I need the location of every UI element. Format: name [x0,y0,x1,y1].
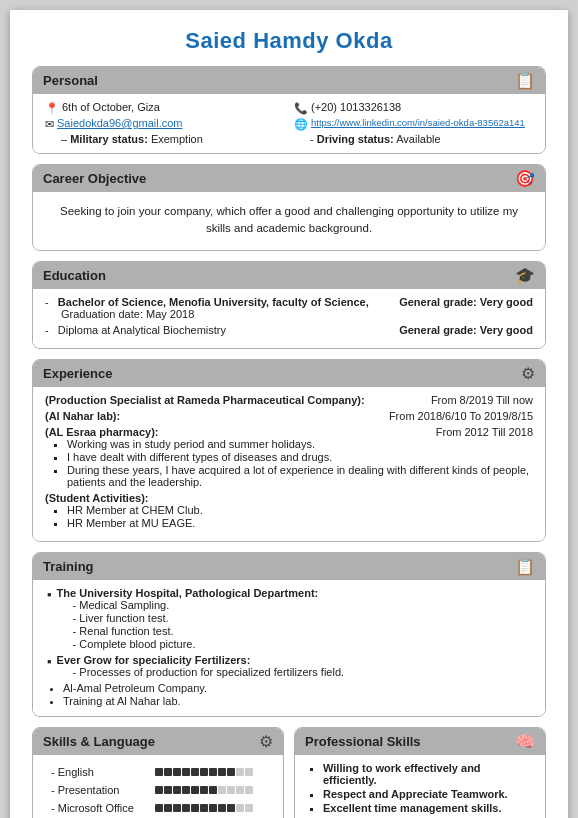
skill-bar-container-1 [155,786,265,794]
exp-bullet-2-0: Working was in study period and summer h… [67,438,533,450]
personal-header: Personal 📋 [33,67,545,94]
professional-section: Professional Skills 🧠 Willing to work ef… [294,727,546,819]
skill-label-1: - Presentation [47,782,149,798]
edu-row-0: - Bachelor of Science, Menofia Universit… [45,296,533,320]
career-icon: 🎯 [515,169,535,188]
military-dash: – [61,133,70,145]
train-sub-0-2: Renal function test. [73,625,319,637]
exp-date-2: From 2012 Till 2018 [436,426,533,438]
email-item: ✉ Saiedokda96@gmail.com [45,117,284,131]
exp-bullet-2-1: I have dealt with different types of dis… [67,451,533,463]
dot-0-7 [218,768,226,776]
pro-list: Willing to work effectively and efficien… [323,762,533,814]
career-title: Career Objective [43,171,507,186]
dot-0-4 [191,768,199,776]
dot-1-0 [155,786,163,794]
skills-title: Skills & Language [43,734,251,749]
linkedin-link[interactable]: https://www.linkedin.com/in/saied-okda-8… [311,117,525,128]
exp-bullets-2: Working was in study period and summer h… [67,438,533,488]
exp-label-2: (AL Esraa pharmacy): [45,426,159,438]
exp-entry-3: (Student Activities): HR Member at CHEM … [45,492,533,529]
exp-bullet-3-1: HR Member at MU EAGE. [67,517,533,529]
pro-item-2: Excellent time management skills. [323,802,533,814]
dot-1-9 [236,786,244,794]
training-title: Training [43,559,507,574]
train-sub-0: Medical Sampling. Liver function test. R… [73,599,319,650]
dot-1-1 [164,786,172,794]
linkedin-icon: 🌐 [294,118,308,131]
dot-0-10 [245,768,253,776]
exp-bullets-3: HR Member at CHEM Club. HR Member at MU … [67,504,533,529]
edu-left-0: - Bachelor of Science, Menofia Universit… [45,296,389,320]
train-sub-1-0: Processes of production for specialized … [73,666,344,678]
experience-section: Experience ⚙ (Production Specialist at R… [32,359,546,542]
personal-grid: 📍 6th of October, Giza ✉ Saiedokda96@gma… [45,101,533,145]
experience-icon: ⚙ [521,364,535,383]
edu-right-0: General grade: Very good [399,296,533,308]
skill-bar-0 [151,764,269,780]
skill-label-0: - English [47,764,149,780]
train-bullet-list: Al-Amal Petroleum Company. Training at A… [63,682,533,707]
exp-bullet-3-0: HR Member at CHEM Club. [67,504,533,516]
skill-row-1: - Presentation [47,782,269,798]
exp-row-2: (AL Esraa pharmacy): From 2012 Till 2018 [45,426,533,438]
military-item: – Military status: Exemption [45,133,284,145]
dot-1-6 [209,786,217,794]
dot-0-3 [182,768,190,776]
exp-label-1: (Al Nahar lab): [45,410,120,422]
personal-title: Personal [43,73,507,88]
education-icon: 🎓 [515,266,535,285]
professional-body: Willing to work effectively and efficien… [295,755,545,819]
train-content-1: Ever Grow for specialicity Fertilizers: … [57,654,344,679]
exp-entry-0: (Production Specialist at Rameda Pharmac… [45,394,533,406]
linkedin-item: 🌐 https://www.linkedin.com/in/saied-okda… [294,117,533,131]
skills-body: - English [33,755,283,819]
experience-body: (Production Specialist at Rameda Pharmac… [33,387,545,541]
train-sub-0-0: Medical Sampling. [73,599,319,611]
dot-1-7 [218,786,226,794]
skill-bar-container-0 [155,768,265,776]
skill-row-0: - English [47,764,269,780]
education-body: - Bachelor of Science, Menofia Universit… [33,289,545,348]
train-sub-0-3: Complete blood picture. [73,638,319,650]
training-header: Training 📋 [33,553,545,580]
email-icon: ✉ [45,118,54,131]
address-text: 6th of October, Giza [62,101,160,113]
resume-name: Saied Hamdy Okda [32,28,546,54]
email-link[interactable]: Saiedokda96@gmail.com [57,117,183,129]
training-body: ▪ The University Hospital, Pathological … [33,580,545,716]
exp-label-3: (Student Activities): [45,492,149,504]
dot-2-4 [191,804,199,812]
skills-table: - English [45,762,271,818]
train-sub-0-1: Liver function test. [73,612,319,624]
dot-2-3 [182,804,190,812]
dot-0-0 [155,768,163,776]
career-header: Career Objective 🎯 [33,165,545,192]
dot-1-10 [245,786,253,794]
edu-left-1: - Diploma at Analytical Biochemistry [45,324,389,336]
skills-header: Skills & Language ⚙ [33,728,283,755]
dot-2-1 [164,804,172,812]
dot-2-6 [209,804,217,812]
exp-entry-2: (AL Esraa pharmacy): From 2012 Till 2018… [45,426,533,488]
exp-date-0: From 8/2019 Till now [431,394,533,406]
dot-1-8 [227,786,235,794]
dot-1-5 [200,786,208,794]
experience-header: Experience ⚙ [33,360,545,387]
career-body: Seeking to join your company, which offe… [33,192,545,250]
dot-1-3 [182,786,190,794]
dot-2-8 [227,804,235,812]
phone-item: 📞 (+20) 1013326138 [294,101,533,115]
train-bullet-list-1: Training at Al Nahar lab. [63,695,533,707]
train-sub-1: Processes of production for specialized … [73,666,344,678]
personal-section: Personal 📋 📍 6th of October, Giza ✉ Saie… [32,66,546,154]
bottom-row: Skills & Language ⚙ - English [32,727,546,819]
dot-1-2 [173,786,181,794]
skill-row-2: - Microsoft Office [47,800,269,816]
dot-0-1 [164,768,172,776]
training-section: Training 📋 ▪ The University Hospital, Pa… [32,552,546,717]
dot-2-2 [173,804,181,812]
train-bullet-0: ▪ [47,587,52,603]
professional-header: Professional Skills 🧠 [295,728,545,755]
edu-dash-1: - [45,324,55,336]
